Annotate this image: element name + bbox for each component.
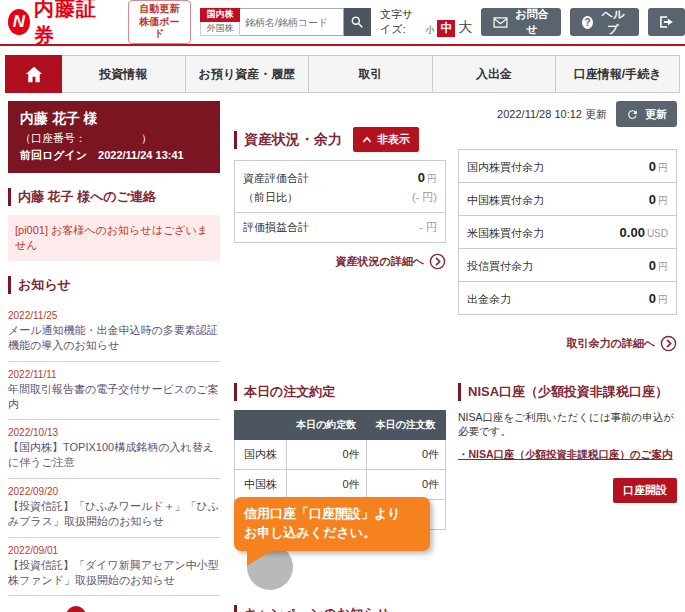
- news-text: メール通知機能・出金申込時の多要素認証機能の導入のお知らせ: [8, 323, 220, 353]
- nav-item-account-procedures[interactable]: 口座情報/手続き: [556, 55, 680, 93]
- board-button-line2: 株価ボード: [139, 16, 179, 40]
- power-label: 中国株買付余力: [467, 193, 544, 208]
- stock-search-group: 国内株 外国株: [200, 8, 371, 36]
- orders-exec-header: 本日の約定数: [287, 411, 367, 440]
- help-label: ヘルプ: [599, 7, 627, 37]
- nav-home-tab[interactable]: [5, 55, 62, 93]
- hide-label: 非表示: [377, 132, 410, 147]
- orders-market-label: 中国株: [235, 470, 287, 500]
- news-list: 2022/11/25 メール通知機能・出金申込時の多要素認証機能の導入のお知らせ…: [8, 303, 220, 596]
- tab-foreign-stock[interactable]: 外国株: [200, 22, 240, 37]
- main-nav: 投資情報 お預り資産・履歴 取引 入出金 口座情報/手続き: [5, 55, 680, 93]
- power-value: 0: [649, 258, 656, 273]
- contact-label: お問合せ: [514, 7, 549, 37]
- power-unit: 円: [658, 195, 668, 206]
- nisa-guide-link[interactable]: ・NISA口座（少額投資非課税口座）のご案内: [458, 448, 677, 462]
- nav-item-deposit-withdraw[interactable]: 入出金: [433, 55, 557, 93]
- nav-item-invest-info[interactable]: 投資情報: [62, 55, 186, 93]
- font-size-small[interactable]: 小: [425, 24, 434, 37]
- power-label: 投信買付余力: [467, 259, 533, 274]
- news-text: 【投資信託】「ダイワ新興アセアン中小型株ファンド」取扱開始のお知らせ: [8, 558, 220, 588]
- news-item[interactable]: 2022/10/13 【国内株】TOPIX100構成銘柄の入れ替えに伴うご注意: [8, 420, 220, 479]
- news-date: 2022/09/01: [8, 545, 220, 556]
- asset-total-value: 0: [418, 170, 425, 185]
- logo-text: 内藤証券: [34, 0, 105, 49]
- home-icon: [24, 65, 44, 83]
- day-change-label: （前日比）: [243, 190, 298, 205]
- news-item[interactable]: 2022/09/01 【投資信託】「ダイワ新興アセアン中小型株ファンド」取扱開始…: [8, 538, 220, 597]
- last-login: 前回ログイン 2022/11/24 13:41: [20, 148, 208, 163]
- logout-button[interactable]: [648, 8, 685, 36]
- buying-power-table: 国内株買付余力 0円 中国株買付余力 0円 米国株買付余力 0.00USD: [458, 149, 677, 315]
- news-text: 【国内株】TOPIX100構成銘柄の入れ替えに伴うご注意: [8, 440, 220, 470]
- font-size-label: 文字サイズ:: [380, 7, 423, 37]
- contact-button[interactable]: お問合せ: [481, 8, 561, 36]
- assets-detail-link[interactable]: 資産状況の詳細へ: [234, 253, 446, 270]
- news-date: 2022/11/11: [8, 369, 220, 380]
- search-icon: [350, 15, 364, 29]
- margin-account-tooltip: 信用口座「口座開設」より お申し込みください。: [234, 497, 430, 551]
- power-unit: 円: [658, 294, 668, 305]
- contact-section-title: 内藤 花子 様へのご連絡: [8, 188, 220, 206]
- nav-item-trade[interactable]: 取引: [309, 55, 433, 93]
- news-date: 2022/09/20: [8, 486, 220, 497]
- nav-item-assets-history[interactable]: お預り資産・履歴: [186, 55, 310, 93]
- tab-domestic-stock[interactable]: 国内株: [200, 8, 240, 22]
- board-button-line1: 自動更新: [139, 3, 179, 14]
- tooltip-line1: 信用口座「口座開設」より: [244, 505, 420, 524]
- search-button[interactable]: [344, 8, 371, 36]
- news-text: 年間取引報告書の電子交付サービスのご案内: [8, 382, 220, 412]
- font-size-large[interactable]: 大: [458, 19, 472, 37]
- assets-section-title: 資産状況・余力: [234, 131, 342, 149]
- news-section-title: お知らせ: [8, 276, 220, 294]
- campaign-section-title: キャンペーンのお知らせ: [234, 605, 454, 612]
- power-label: 出金余力: [467, 292, 511, 307]
- orders-exec-value: 0件: [287, 440, 367, 470]
- logo[interactable]: N 内藤証券: [8, 0, 105, 49]
- market-tabs: 国内株 外国株: [200, 8, 240, 36]
- power-label: 国内株買付余力: [467, 160, 544, 175]
- day-change-value: (- 円): [412, 190, 437, 205]
- update-row: 2022/11/28 10:12 更新 更新: [234, 101, 677, 127]
- refresh-button[interactable]: 更新: [616, 101, 677, 127]
- font-size-medium[interactable]: 中: [437, 20, 455, 37]
- refresh-icon: [626, 108, 639, 121]
- hide-button[interactable]: 非表示: [353, 127, 419, 152]
- table-row: 国内株 0件 0件: [235, 440, 446, 470]
- sidebar: 内藤 花子 様 （口座番号： ） 前回ログイン 2022/11/24 13:41…: [8, 101, 220, 612]
- header: N 内藤証券 自動更新 株価ボード 国内株 外国株 文字サイズ: 小 中 大: [0, 0, 685, 46]
- news-item[interactable]: 2022/09/20 【投資信託】「ひふみワールド＋」「ひふみプラス」取扱開始の…: [8, 479, 220, 538]
- user-info-box: 内藤 花子 様 （口座番号： ） 前回ログイン 2022/11/24 13:41: [8, 101, 220, 173]
- power-unit: 円: [658, 162, 668, 173]
- auto-update-board-button[interactable]: 自動更新 株価ボード: [128, 0, 191, 44]
- power-unit: 円: [658, 261, 668, 272]
- mail-icon: [493, 17, 508, 28]
- news-date: 2022/10/13: [8, 427, 220, 438]
- logout-icon: [658, 15, 675, 29]
- news-pagination: « ‹ 1 2 3 4 5 6～ › »: [8, 606, 220, 612]
- refresh-label: 更新: [645, 107, 667, 122]
- pager-page-1[interactable]: 1: [66, 606, 86, 612]
- news-item[interactable]: 2022/11/11 年間取引報告書の電子交付サービスのご案内: [8, 362, 220, 421]
- table-row: 中国株 0件 0件: [235, 470, 446, 500]
- power-value: 0.00: [620, 225, 645, 240]
- account-number: （口座番号： ）: [20, 131, 208, 146]
- power-detail-link[interactable]: 取引余力の詳細へ: [458, 335, 677, 352]
- chevron-up-icon: [362, 135, 372, 144]
- buying-power-panel: 国内株買付余力 0円 中国株買付余力 0円 米国株買付余力 0.00USD: [458, 127, 677, 352]
- page: N 内藤証券 自動更新 株価ボード 国内株 外国株 文字サイズ: 小 中 大: [0, 0, 685, 612]
- pl-total-value: - 円: [419, 220, 437, 235]
- power-value: 0: [649, 159, 656, 174]
- symbol-search-input[interactable]: [240, 8, 344, 36]
- nisa-open-button[interactable]: 口座開設: [613, 478, 677, 503]
- news-text: 【投資信託】「ひふみワールド＋」「ひふみプラス」取扱開始のお知らせ: [8, 499, 220, 529]
- assets-detail-link-label: 資産状況の詳細へ: [335, 254, 424, 269]
- power-detail-link-label: 取引余力の詳細へ: [566, 336, 655, 351]
- orders-order-value: 0件: [366, 440, 446, 470]
- news-item[interactable]: 2022/11/25 メール通知機能・出金申込時の多要素認証機能の導入のお知らせ: [8, 303, 220, 362]
- asset-total-unit: 円: [427, 173, 437, 184]
- updated-timestamp: 2022/11/28 10:12 更新: [497, 107, 607, 122]
- help-button[interactable]: ? ヘルプ: [570, 8, 639, 36]
- tooltip-line2: お申し込みください。: [244, 524, 420, 543]
- news-date: 2022/11/25: [8, 310, 220, 321]
